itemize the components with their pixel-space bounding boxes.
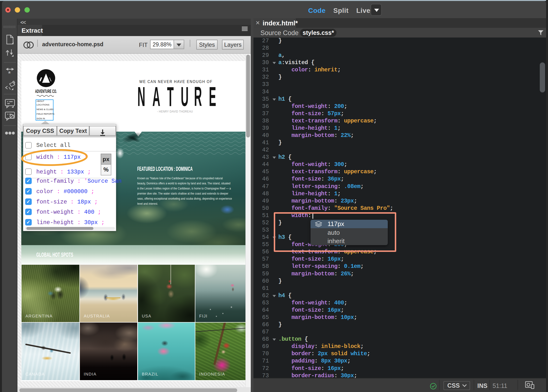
svg-text:*: * <box>8 69 11 77</box>
